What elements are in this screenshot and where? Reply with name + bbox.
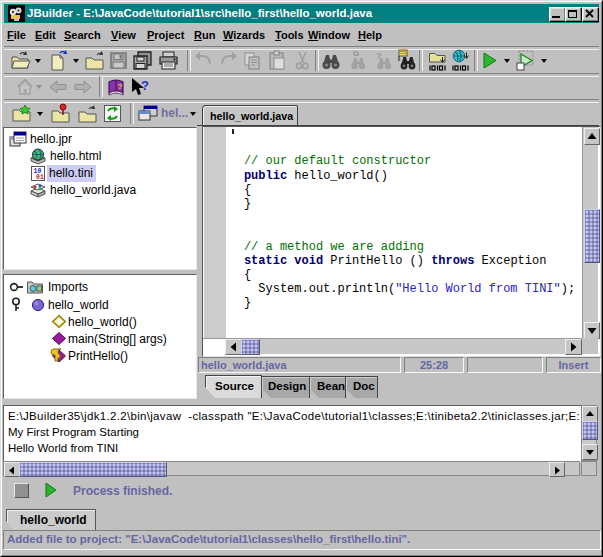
svg-text:?: ? bbox=[141, 78, 149, 93]
svg-text:01: 01 bbox=[36, 174, 44, 181]
svg-text:?: ? bbox=[118, 82, 123, 91]
